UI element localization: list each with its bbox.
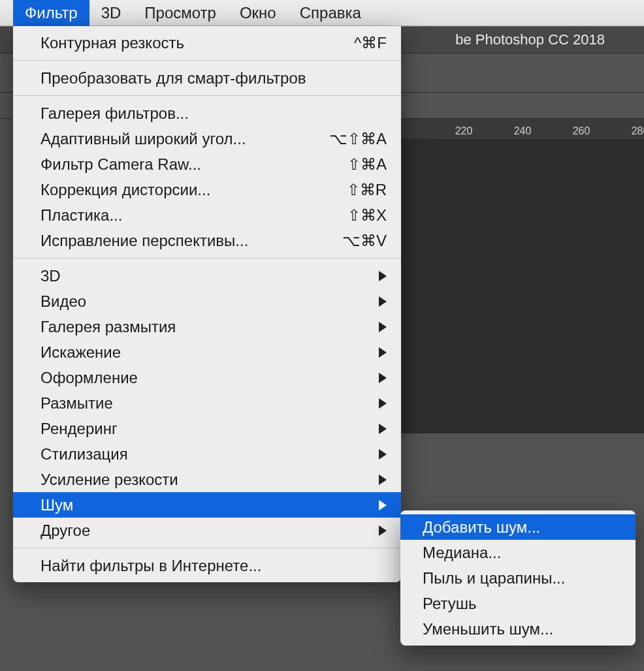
menu-item-noise[interactable]: Шум	[13, 492, 401, 518]
menu-item-label: Шум	[40, 496, 374, 514]
menu-separator	[13, 95, 401, 96]
menu-item-distort[interactable]: Искажение	[13, 339, 401, 365]
menu-item-shortcut: ⌥⌘V	[342, 232, 387, 250]
menu-filter[interactable]: Фильтр	[13, 0, 89, 26]
menu-separator	[13, 548, 401, 548]
submenu-arrow-icon	[379, 398, 387, 409]
submenu-arrow-icon	[379, 373, 387, 383]
noise-submenu[interactable]: Добавить шум... Медиана... Пыль и царапи…	[400, 510, 636, 646]
submenu-arrow-icon	[379, 322, 387, 332]
ruler-tick-260: 260	[573, 125, 590, 137]
menu-item-3d[interactable]: 3D	[13, 263, 401, 289]
submenu-item-add-noise[interactable]: Добавить шум...	[400, 514, 636, 540]
menu-item-label: Исправление перспективы...	[40, 232, 342, 250]
ruler-tick-240: 240	[514, 125, 532, 137]
menu-item-label: Найти фильтры в Интернете...	[40, 557, 387, 575]
submenu-arrow-icon	[379, 347, 387, 358]
submenu-arrow-icon	[379, 525, 387, 536]
filter-dropdown[interactable]: Контурная резкость ^⌘F Преобразовать для…	[13, 26, 401, 582]
menu-item-shortcut: ^⌘F	[354, 34, 387, 52]
menu-item-other[interactable]: Другое	[13, 518, 401, 543]
menu-item-last-filter[interactable]: Контурная резкость ^⌘F	[13, 30, 401, 55]
menu-item-lens-correction[interactable]: Коррекция дисторсии... ⇧⌘R	[13, 177, 401, 202]
submenu-arrow-icon	[379, 449, 387, 460]
ruler-tick-280: 280	[632, 125, 644, 137]
menu-item-adaptive-wide[interactable]: Адаптивный широкий угол... ⌥⇧⌘A	[13, 126, 401, 151]
menu-item-find-filters-online[interactable]: Найти фильтры в Интернете...	[13, 553, 401, 578]
submenu-item-label: Пыль и царапины...	[423, 569, 565, 587]
submenu-item-dust-scratches[interactable]: Пыль и царапины...	[400, 565, 636, 591]
menu-item-camera-raw[interactable]: Фильтр Camera Raw... ⇧⌘A	[13, 151, 401, 177]
menu-item-vanishing-point[interactable]: Исправление перспективы... ⌥⌘V	[13, 228, 401, 253]
menu-item-sharpen[interactable]: Усиление резкости	[13, 467, 401, 492]
menu-item-label: Усиление резкости	[40, 471, 374, 489]
menu-3d[interactable]: 3D	[89, 0, 133, 26]
menu-item-shortcut: ⇧⌘R	[347, 181, 387, 199]
menu-item-label: Коррекция дисторсии...	[40, 181, 347, 199]
menu-item-label: Оформление	[40, 369, 374, 387]
menu-item-stylize[interactable]: Стилизация	[13, 441, 401, 467]
menu-item-shortcut: ⌥⇧⌘A	[329, 130, 387, 148]
menu-window[interactable]: Окно	[228, 0, 288, 26]
menu-item-label: Рендеринг	[40, 420, 374, 438]
submenu-item-label: Ретушь	[423, 595, 477, 613]
submenu-item-despeckle[interactable]: Ретушь	[400, 591, 636, 616]
menu-item-label: Адаптивный широкий угол...	[40, 130, 329, 148]
menu-item-shortcut: ⇧⌘A	[347, 155, 387, 174]
ruler-tick-220: 220	[455, 125, 473, 137]
menu-item-label: Размытие	[40, 394, 374, 413]
menu-item-label: Стилизация	[40, 445, 374, 463]
submenu-item-median[interactable]: Медиана...	[400, 540, 636, 565]
submenu-item-label: Добавить шум...	[423, 518, 540, 537]
submenu-arrow-icon	[379, 500, 387, 510]
menu-item-label: Галерея размытия	[40, 318, 374, 336]
menu-item-video[interactable]: Видео	[13, 289, 401, 314]
menu-item-render[interactable]: Рендеринг	[13, 416, 401, 441]
menu-item-liquify[interactable]: Пластика... ⇧⌘X	[13, 202, 401, 228]
menu-item-label: Пластика...	[40, 206, 347, 225]
submenu-arrow-icon	[379, 296, 387, 307]
menu-item-pixelate[interactable]: Оформление	[13, 365, 401, 390]
menubar[interactable]: Фильтр 3D Просмотр Окно Справка	[0, 0, 644, 26]
submenu-item-label: Медиана...	[423, 544, 501, 562]
submenu-arrow-icon	[379, 475, 387, 485]
menu-view[interactable]: Просмотр	[133, 0, 228, 26]
submenu-item-label: Уменьшить шум...	[423, 620, 553, 638]
submenu-arrow-icon	[379, 271, 387, 281]
menu-separator	[13, 60, 401, 61]
menu-item-label: Искажение	[40, 343, 374, 362]
window-title: be Photoshop CC 2018	[455, 31, 605, 48]
menu-item-label: Галерея фильтров...	[40, 104, 387, 123]
menu-item-filter-gallery[interactable]: Галерея фильтров...	[13, 101, 401, 126]
menu-item-shortcut: ⇧⌘X	[347, 206, 387, 225]
menu-item-blur[interactable]: Размытие	[13, 390, 401, 416]
menu-item-label: Преобразовать для смарт-фильтров	[40, 69, 387, 87]
menu-separator	[13, 258, 401, 258]
menu-item-label: Видео	[40, 292, 374, 311]
menu-help[interactable]: Справка	[288, 0, 373, 26]
menu-item-label: Фильтр Camera Raw...	[40, 155, 347, 174]
menu-item-label: 3D	[40, 267, 374, 285]
submenu-arrow-icon	[379, 424, 387, 434]
submenu-item-reduce-noise[interactable]: Уменьшить шум...	[400, 616, 636, 642]
menu-item-label: Другое	[40, 522, 374, 540]
menu-item-label: Контурная резкость	[40, 34, 354, 52]
menu-item-blur-gallery[interactable]: Галерея размытия	[13, 314, 401, 339]
menu-item-convert-smart[interactable]: Преобразовать для смарт-фильтров	[13, 65, 401, 91]
